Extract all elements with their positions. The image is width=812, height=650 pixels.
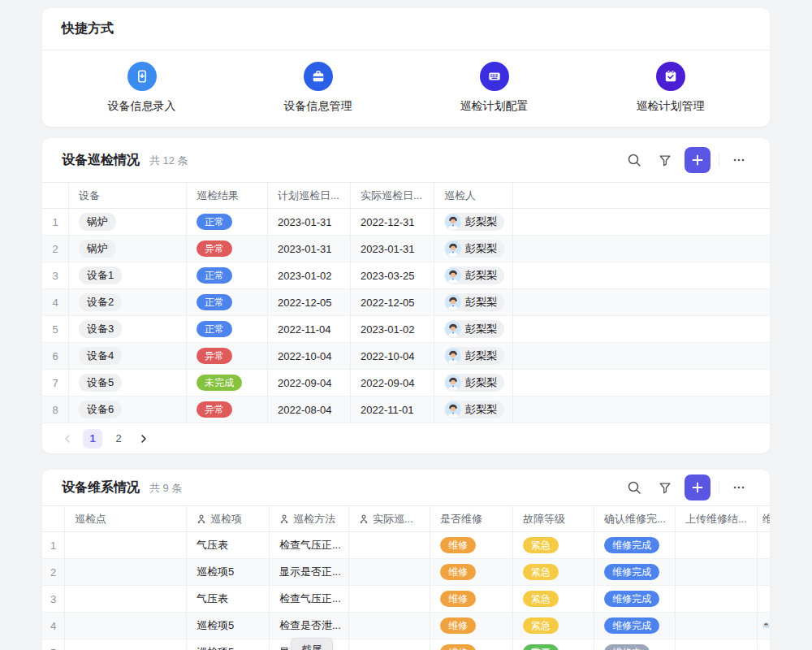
- result-badge: 异常: [197, 348, 232, 364]
- avatar: [445, 240, 461, 257]
- shortcut-device-entry[interactable]: 设备信息录入: [54, 62, 230, 114]
- column-header-result[interactable]: 巡检结果: [187, 183, 268, 208]
- repairer-cell: [758, 559, 770, 585]
- column-header-method[interactable]: 巡检方法: [270, 506, 349, 531]
- avatar: [445, 267, 461, 284]
- inspection-card: 设备巡检情况 共 12 条: [42, 138, 770, 453]
- upload-cell: [676, 613, 758, 639]
- next-page-button[interactable]: [135, 430, 153, 448]
- table-row[interactable]: 4 设备2 正常 2022-12-05 2022-12-05: [42, 289, 770, 316]
- table-row[interactable]: 1 气压表 检查气压正... 维修 紧急 维修完成: [42, 532, 770, 559]
- table-row[interactable]: 1 锅炉 正常 2023-01-31 2022-12-31: [42, 209, 770, 236]
- search-button[interactable]: [623, 149, 646, 171]
- page-button-2[interactable]: 2: [109, 429, 128, 448]
- device-tag: 设备1: [79, 266, 122, 284]
- add-record-button[interactable]: [685, 474, 710, 500]
- column-header-point[interactable]: 巡检点: [65, 506, 187, 531]
- confirm-badge: 维修中: [604, 644, 650, 650]
- method-cell: 显示是否正...: [270, 559, 349, 585]
- actual-date-cell: 2022-10-04: [351, 343, 434, 369]
- column-header-fault-level[interactable]: 故障等级: [513, 506, 594, 531]
- record-count: 共 12 条: [149, 154, 188, 168]
- shortcut-label: 设备信息管理: [284, 99, 352, 114]
- column-header-item[interactable]: 巡检项: [187, 506, 270, 531]
- device-tag: 锅炉: [79, 240, 116, 258]
- shortcut-plan-manage[interactable]: 巡检计划管理: [582, 62, 758, 114]
- actual-date-cell: 2023-01-02: [351, 316, 434, 342]
- shortcut-label: 设备信息录入: [108, 99, 176, 114]
- add-record-button[interactable]: [685, 147, 710, 173]
- table-row[interactable]: 3 设备1 正常 2023-01-02 2023-03-25: [42, 262, 770, 289]
- inspector-chip: 彭梨梨: [444, 347, 504, 365]
- column-header-device[interactable]: 设备: [69, 183, 187, 208]
- shortcut-plan-config[interactable]: 巡检计划配置: [406, 62, 582, 114]
- inspector-chip: 彭梨梨: [444, 293, 504, 311]
- page-button-1[interactable]: 1: [83, 429, 102, 448]
- actual-cell: [349, 586, 430, 612]
- table-row[interactable]: 2 巡检项5 显示是否正... 维修 紧急 维修完成: [42, 559, 770, 586]
- row-index: 6: [42, 343, 69, 369]
- search-icon: [626, 152, 642, 168]
- row-index: 3: [42, 262, 69, 288]
- table-row[interactable]: 5 巡检项5 显示是否正... 维修 重要 维修中: [42, 639, 770, 650]
- column-header-actual[interactable]: 实际巡...: [349, 506, 430, 531]
- maintenance-table-body: 1 气压表 检查气压正... 维修 紧急 维修完成: [42, 532, 770, 650]
- table-row[interactable]: 5 设备3 正常 2022-11-04 2023-01-02: [42, 316, 770, 343]
- row-blank-cell: [513, 370, 770, 396]
- inspector-chip: 彭梨梨: [444, 266, 504, 284]
- inspector-name: 彭梨梨: [465, 241, 497, 256]
- chevron-right-icon: [138, 433, 149, 444]
- device-tag: 设备6: [79, 401, 122, 418]
- column-header-upload[interactable]: 上传维修结...: [676, 506, 758, 531]
- filter-button[interactable]: [654, 476, 676, 499]
- repair-badge: 维修: [440, 644, 476, 650]
- table-row[interactable]: 8 设备6 异常 2022-08-04 2022-11-01: [42, 396, 770, 423]
- row-index: 8: [42, 396, 69, 422]
- table-row[interactable]: 7 设备5 未完成 2022-09-04 2022-09-04: [42, 370, 770, 396]
- column-header-actual-date[interactable]: 实际巡检日...: [351, 183, 434, 208]
- inspection-table-header: 设备 巡检结果 计划巡检日... 实际巡检日... 巡检人: [42, 182, 770, 209]
- search-icon: [626, 479, 642, 496]
- column-header-index: [42, 506, 65, 531]
- device-tag: 设备5: [79, 374, 122, 392]
- shortcuts-list: 设备信息录入 设备信息管理: [42, 50, 770, 114]
- row-index: 4: [42, 289, 69, 315]
- filter-button[interactable]: [654, 149, 676, 171]
- row-blank-cell: [513, 236, 770, 262]
- column-header-inspector[interactable]: 巡检人: [434, 183, 513, 208]
- search-button[interactable]: [623, 476, 646, 499]
- fault-level-badge: 紧急: [523, 537, 559, 553]
- upload-cell: [676, 532, 758, 558]
- result-badge: 正常: [197, 294, 232, 310]
- repair-badge: 维修: [440, 618, 476, 634]
- more-button[interactable]: [728, 476, 750, 499]
- shortcut-device-manage[interactable]: 设备信息管理: [230, 62, 406, 114]
- result-badge: 正常: [197, 321, 232, 337]
- row-index: 4: [42, 613, 65, 639]
- lookup-icon: [279, 514, 289, 524]
- repairer-cell: [758, 532, 770, 558]
- column-header-repair[interactable]: 是否维修: [430, 506, 513, 531]
- row-index: 1: [42, 209, 69, 235]
- table-row[interactable]: 6 设备4 异常 2022-10-04 2022-10-04: [42, 343, 770, 370]
- row-index: 7: [42, 370, 69, 396]
- inspector-chip: 彭梨梨: [444, 240, 504, 258]
- item-cell: 巡检项5: [187, 639, 270, 650]
- table-row[interactable]: 4 巡检项5 检查是否泄... 维修 紧急 维修完成: [42, 613, 770, 639]
- table-row[interactable]: 2 锅炉 异常 2023-01-31 2023-01-31: [42, 236, 770, 262]
- repair-badge: 维修: [440, 537, 476, 553]
- method-cell: 检查气压正...: [270, 532, 349, 558]
- shortcut-label: 巡检计划管理: [637, 99, 705, 114]
- prev-page-button[interactable]: [58, 430, 76, 448]
- item-cell: 气压表: [187, 586, 270, 612]
- row-blank-cell: [513, 262, 770, 288]
- avatar: [445, 401, 461, 418]
- column-header-plan-date[interactable]: 计划巡检日...: [268, 183, 351, 208]
- column-header-repairer[interactable]: 维修人: [758, 506, 770, 531]
- plan-date-cell: 2022-11-04: [268, 316, 351, 342]
- table-row[interactable]: 3 气压表 检查气压正... 维修 紧急 维修完成: [42, 586, 770, 613]
- inspector-chip: 彭梨梨: [444, 213, 504, 231]
- more-button[interactable]: [728, 149, 750, 171]
- device-entry-icon: [127, 62, 157, 91]
- column-header-confirm[interactable]: 确认维修完...: [594, 506, 676, 531]
